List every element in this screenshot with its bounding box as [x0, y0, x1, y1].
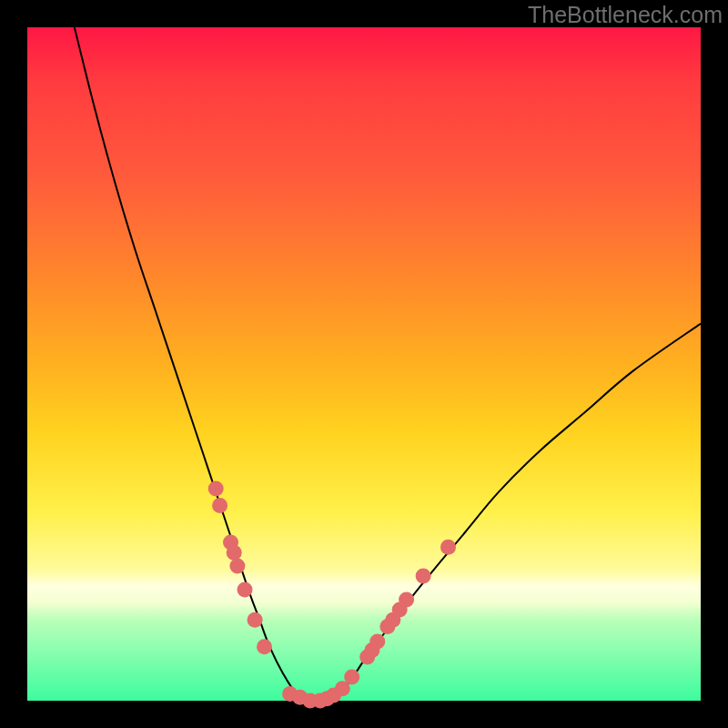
data-marker — [238, 581, 253, 597]
data-marker — [399, 592, 414, 608]
data-marker — [344, 670, 359, 685]
watermark-text: TheBottleneck.com — [528, 2, 723, 28]
data-marker — [208, 480, 224, 496]
plot-svg — [27, 27, 701, 701]
data-marker — [229, 559, 245, 574]
plot-area — [27, 27, 701, 701]
bottleneck-curve — [75, 27, 701, 702]
data-marker — [212, 498, 228, 513]
data-marker — [257, 639, 272, 654]
data-marker — [440, 540, 456, 555]
chart-frame: TheBottleneck.com — [0, 0, 728, 728]
data-marker — [369, 633, 385, 649]
data-marker — [227, 545, 242, 561]
data-marker — [248, 612, 263, 628]
data-marker — [416, 569, 431, 584]
curve-markers — [208, 480, 456, 708]
